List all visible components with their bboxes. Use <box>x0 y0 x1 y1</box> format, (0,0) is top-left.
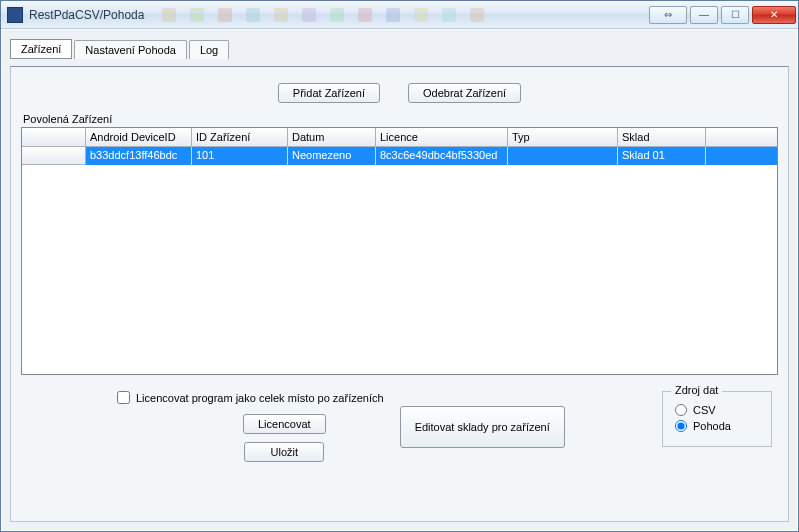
top-button-row: Přidat Zařízení Odebrat Zařízení <box>21 83 778 103</box>
stacked-buttons: Licencovat Uložit <box>243 414 326 462</box>
minimize-button[interactable]: — <box>690 6 718 24</box>
tab-settings-pohoda[interactable]: Nastavení Pohoda <box>74 40 187 59</box>
col-store[interactable]: Sklad <box>618 128 706 146</box>
tab-strip: Zařízení Nastavení Pohoda Log <box>10 36 789 58</box>
row-header-cell[interactable] <box>22 147 86 165</box>
radio-pohoda[interactable] <box>675 420 687 432</box>
radio-pohoda-label: Pohoda <box>693 420 731 432</box>
tab-devices[interactable]: Zařízení <box>10 39 72 59</box>
cell-id-device[interactable]: 101 <box>192 147 288 165</box>
col-android-id[interactable]: Android DeviceID <box>86 128 192 146</box>
radio-csv[interactable] <box>675 404 687 416</box>
remove-device-button[interactable]: Odebrat Zařízení <box>408 83 521 103</box>
col-date[interactable]: Datum <box>288 128 376 146</box>
save-button[interactable]: Uložit <box>244 442 324 462</box>
tabpage-devices: Přidat Zařízení Odebrat Zařízení Povolen… <box>10 66 789 522</box>
col-id-device[interactable]: ID Zařízení <box>192 128 288 146</box>
titlebar-background-icons <box>162 8 649 22</box>
app-window: RestPdaCSV/Pohoda ⇔ — ☐ ✕ Zařízení Nasta… <box>0 0 799 532</box>
license-whole-checkbox[interactable] <box>117 391 130 404</box>
radio-pohoda-row: Pohoda <box>675 420 759 432</box>
col-type[interactable]: Typ <box>508 128 618 146</box>
radio-csv-label: CSV <box>693 404 716 416</box>
cell-date[interactable]: Neomezeno <box>288 147 376 165</box>
table-row[interactable]: b33ddcf13ff46bdc 101 Neomezeno 8c3c6e49d… <box>22 147 777 165</box>
close-button[interactable]: ✕ <box>752 6 796 24</box>
license-button[interactable]: Licencovat <box>243 414 326 434</box>
grid-body[interactable]: b33ddcf13ff46bdc 101 Neomezeno 8c3c6e49d… <box>22 147 777 374</box>
left-block: Licencovat program jako celek místo po z… <box>117 391 384 462</box>
edit-stores-button[interactable]: Editovat sklady pro zařízení <box>400 406 565 448</box>
cell-android-id[interactable]: b33ddcf13ff46bdc <box>86 147 192 165</box>
extra-button[interactable]: ⇔ <box>649 6 687 24</box>
add-device-button[interactable]: Přidat Zařízení <box>278 83 380 103</box>
window-title: RestPdaCSV/Pohoda <box>29 8 144 22</box>
devices-grid[interactable]: Android DeviceID ID Zařízení Datum Licen… <box>21 127 778 375</box>
titlebar[interactable]: RestPdaCSV/Pohoda ⇔ — ☐ ✕ <box>1 1 798 29</box>
bottom-panel: Licencovat program jako celek místo po z… <box>21 391 778 462</box>
cell-store[interactable]: Sklad 01 <box>618 147 706 165</box>
cell-licence[interactable]: 8c3c6e49dbc4bf5330ed <box>376 147 508 165</box>
license-whole-label: Licencovat program jako celek místo po z… <box>136 392 384 404</box>
cell-type[interactable] <box>508 147 618 165</box>
maximize-button[interactable]: ☐ <box>721 6 749 24</box>
datasource-legend: Zdroj dat <box>671 384 722 396</box>
col-rowheader[interactable] <box>22 128 86 146</box>
radio-csv-row: CSV <box>675 404 759 416</box>
tab-log[interactable]: Log <box>189 40 229 59</box>
license-whole-row: Licencovat program jako celek místo po z… <box>117 391 384 404</box>
window-controls: ⇔ — ☐ ✕ <box>649 6 796 24</box>
mid-block: Editovat sklady pro zařízení <box>400 406 565 448</box>
client-area: Zařízení Nastavení Pohoda Log Přidat Zař… <box>1 29 798 531</box>
app-icon <box>7 7 23 23</box>
col-licence[interactable]: Licence <box>376 128 508 146</box>
allowed-devices-label: Povolená Zařízení <box>23 113 778 125</box>
datasource-groupbox: Zdroj dat CSV Pohoda <box>662 391 772 447</box>
grid-header: Android DeviceID ID Zařízení Datum Licen… <box>22 128 777 147</box>
